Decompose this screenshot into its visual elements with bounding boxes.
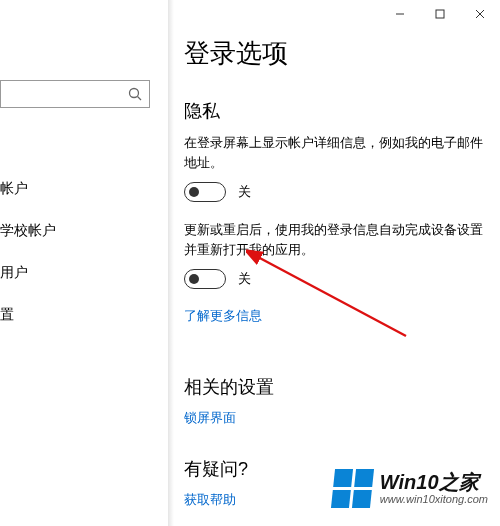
section-heading-related: 相关的设置 [184, 375, 490, 399]
watermark-url: www.win10xitong.com [380, 493, 488, 505]
sidebar-item-label: 帐户 [0, 180, 28, 198]
privacy-option1-toggle[interactable] [184, 182, 226, 202]
privacy-option1-state: 关 [238, 183, 251, 201]
privacy-option1-desc: 在登录屏幕上显示帐户详细信息，例如我的电子邮件地址。 [184, 133, 484, 172]
maximize-button[interactable] [420, 0, 460, 28]
sidebar-item-users[interactable]: 用户 [0, 252, 170, 294]
learn-more-link[interactable]: 了解更多信息 [184, 307, 490, 325]
search-input[interactable] [0, 80, 150, 108]
section-heading-privacy: 隐私 [184, 99, 490, 123]
lock-screen-link[interactable]: 锁屏界面 [184, 409, 490, 427]
sidebar-item-label: 学校帐户 [0, 222, 56, 240]
search-icon [127, 86, 143, 106]
svg-point-4 [130, 89, 139, 98]
privacy-option2-state: 关 [238, 270, 251, 288]
sidebar-item-school-account[interactable]: 学校帐户 [0, 210, 170, 252]
privacy-option2-toggle-row: 关 [184, 269, 490, 289]
svg-rect-1 [436, 10, 444, 18]
close-button[interactable] [460, 0, 500, 28]
watermark: Win10之家 www.win10xitong.com [333, 469, 488, 508]
settings-sidebar: 帐户 学校帐户 用户 置 [0, 0, 170, 526]
watermark-title: Win10之家 [380, 471, 488, 493]
window-controls [380, 0, 500, 28]
privacy-option1-toggle-row: 关 [184, 182, 490, 202]
privacy-option2-desc: 更新或重启后，使用我的登录信息自动完成设备设置并重新打开我的应用。 [184, 220, 484, 259]
sidebar-item-sync[interactable]: 置 [0, 294, 170, 336]
windows-logo-icon [331, 469, 374, 508]
sidebar-item-account[interactable]: 帐户 [0, 168, 170, 210]
privacy-option2-toggle[interactable] [184, 269, 226, 289]
sidebar-item-label: 置 [0, 306, 14, 324]
main-content: 登录选项 隐私 在登录屏幕上显示帐户详细信息，例如我的电子邮件地址。 关 更新或… [184, 36, 490, 526]
svg-line-5 [138, 97, 142, 101]
minimize-button[interactable] [380, 0, 420, 28]
page-title: 登录选项 [184, 36, 490, 71]
sidebar-item-label: 用户 [0, 264, 28, 282]
